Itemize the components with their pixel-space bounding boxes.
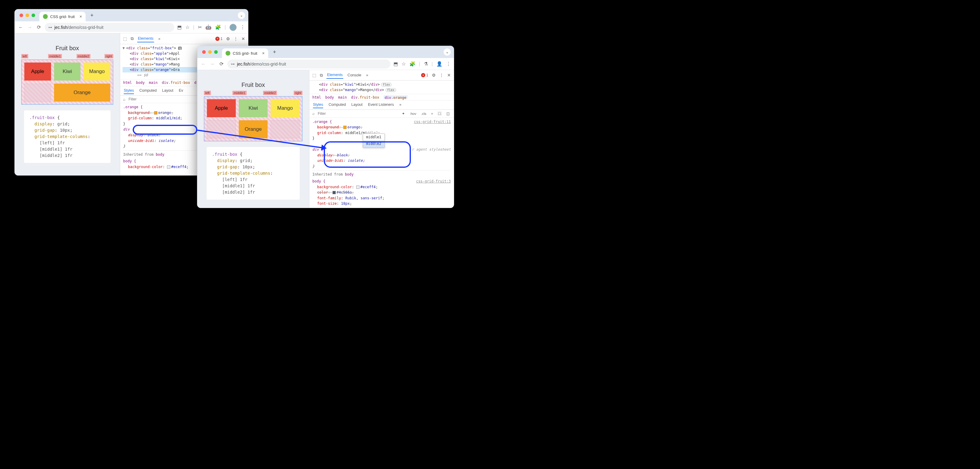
browser-tab[interactable]: CSS grid- fruit × [222,48,268,58]
minimize-window-icon[interactable] [208,50,212,54]
styles-pane[interactable]: .orange {css-grid-fruit:11 background: o… [309,118,454,208]
fruit-grid: Apple Kiwi Mango Orange [21,59,113,105]
ai-icon[interactable]: ✦ [401,111,406,116]
subtab-styles[interactable]: Styles [313,102,323,108]
devtools-menu-icon[interactable]: ⋮ [439,73,444,78]
tab-elements[interactable]: Elements [137,35,154,42]
filter-input[interactable] [317,111,398,116]
tabs-menu-button[interactable]: ⌄ [444,48,451,56]
close-tab-icon[interactable]: × [262,51,265,56]
close-window-icon[interactable] [202,50,206,54]
settings-icon[interactable]: ⚙ [226,37,230,41]
close-tab-icon[interactable]: × [80,14,82,19]
error-badge[interactable]: ×1 [215,37,223,41]
error-badge[interactable]: ×1 [421,73,428,77]
page-content: Fruit box left middle1 middle2 right App… [197,70,309,208]
arrow-head-icon [321,145,328,151]
close-devtools-icon[interactable]: ✕ [242,37,245,41]
grid-cell-orange: Orange [54,84,110,102]
new-rule-button[interactable]: + [430,111,434,116]
maximize-window-icon[interactable] [214,50,218,54]
fruit-grid: Apple Kiwi Mango Orange [204,96,302,141]
tab-more[interactable]: » [158,35,161,42]
autocomplete-option[interactable]: middle1 [363,134,385,141]
tab-console[interactable]: Console [347,72,362,78]
subtab-styles[interactable]: Styles [124,88,134,94]
subtab-more[interactable]: » [399,102,401,108]
url-text: jec.fish/demo/css-grid-fruit [237,62,286,67]
grid-label-middle2: middle2 [263,91,277,95]
inspect-icon[interactable]: ⬚ [123,37,127,41]
extensions-icon[interactable]: 🧩 [409,61,415,67]
site-info-icon[interactable]: ⊶ [48,25,52,29]
sidebar-toggle-icon[interactable]: ◫ [445,111,451,116]
url-box[interactable]: ⊶ jec.fish/demo/css-grid-fruit [228,59,390,69]
subtab-layout[interactable]: Layout [352,102,363,108]
profile-icon[interactable]: 👤 [436,61,442,67]
source-link[interactable]: css-grid-fruit:3 [416,179,451,184]
subtab-computed[interactable]: Computed [329,102,346,108]
hov-toggle[interactable]: :hov [409,111,417,116]
source-link[interactable]: css-grid-fruit:11 [414,119,451,125]
cls-toggle[interactable]: .cls [420,111,427,116]
tab-elements[interactable]: Elements [326,72,343,79]
inspect-icon[interactable]: ⬚ [312,73,316,78]
breadcrumb[interactable]: html body main div.fruit-box div.orange [309,94,454,100]
bookmark-icon[interactable]: ☆ [185,24,189,30]
autocomplete-popup[interactable]: middle1 middle2 [363,134,385,148]
menu-icon[interactable]: ⋮ [446,61,451,67]
css-snippet: .fruit-box { display: grid; grid-gap: 10… [206,147,300,200]
grid-line-labels: left middle1 middle2 right [21,54,113,59]
minimize-window-icon[interactable] [25,14,29,17]
menu-icon[interactable]: ⋮ [240,24,245,30]
new-tab-button[interactable]: + [270,48,279,56]
labs-icon[interactable]: ⚗ [424,61,428,67]
tab-more[interactable]: » [366,72,369,78]
dom-tree[interactable]: <div class="kiwi">Kiwi</div>flex <div cl… [309,81,454,94]
grid-cell-mango: Mango [83,62,110,81]
subtab-more[interactable]: Ev [179,88,183,94]
site-info-icon[interactable]: ⊶ [231,62,235,66]
forward-button[interactable]: → [27,25,33,30]
flex-badge[interactable]: flex [385,88,396,92]
grid-label-left: left [21,54,28,58]
grid-label-right: right [294,91,302,95]
robot-icon[interactable]: 🤖 [205,24,212,30]
device-toggle-icon[interactable]: ⧉ [320,73,323,78]
subtab-layout[interactable]: Layout [162,88,173,94]
close-window-icon[interactable] [19,14,23,17]
subtab-computed[interactable]: Computed [139,88,157,94]
back-button[interactable]: ← [200,61,206,67]
computed-toggle-icon[interactable]: ⿴ [437,111,443,116]
address-bar: ← → ⟳ ⊶ jec.fish/demo/css-grid-fruit ⬒ ☆… [15,21,248,34]
flex-badge[interactable]: flex [381,83,391,86]
device-toggle-icon[interactable]: ⧉ [130,36,134,41]
scissors-icon[interactable]: ✂ [198,24,202,30]
browser-window-b: CSS grid- fruit × + ⌄ ← → ⟳ ⊶ jec.fish/d… [197,46,454,208]
toolbar-icons: ⬒ ☆ 🧩 | ⚗ | 👤 ⋮ [393,61,451,67]
url-box[interactable]: ⊶ jec.fish/demo/css-grid-fruit [45,23,174,32]
devtools-menu-icon[interactable]: ⋮ [234,37,238,41]
grid-cell-kiwi: Kiwi [54,62,81,81]
back-button[interactable]: ← [18,25,24,30]
subtab-events[interactable]: Event Listeners [368,102,394,108]
reload-button[interactable]: ⟳ [36,24,42,30]
settings-icon[interactable]: ⚙ [432,73,436,78]
install-icon[interactable]: ⬒ [177,24,182,30]
extensions-icon[interactable]: 🧩 [215,24,221,30]
tabs-menu-button[interactable]: ⌄ [238,12,245,19]
profile-avatar[interactable] [229,24,237,31]
browser-tab[interactable]: CSS grid- fruit × [39,12,86,21]
close-devtools-icon[interactable]: ✕ [447,73,451,78]
bookmark-icon[interactable]: ☆ [402,61,406,67]
grid-cell-apple: Apple [24,62,51,81]
forward-button[interactable]: → [209,61,215,67]
autocomplete-option[interactable]: middle2 [363,140,385,147]
grid-label-middle1: middle1 [232,91,247,95]
new-tab-button[interactable]: + [88,11,96,20]
install-icon[interactable]: ⬒ [393,61,398,67]
maximize-window-icon[interactable] [32,14,35,17]
reload-button[interactable]: ⟳ [218,61,224,67]
toolbar-icons: ⬒ ☆ | ✂ 🤖 🧩 | ⋮ [177,24,245,31]
grid-cell-empty [270,120,299,138]
